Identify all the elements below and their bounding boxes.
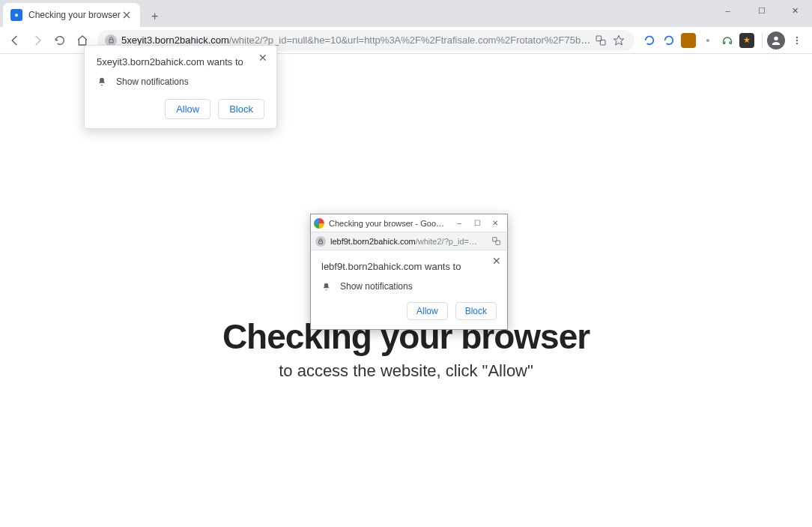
mini-url-host: lebf9t.born2bahick.com bbox=[330, 237, 416, 246]
popup-close-button[interactable]: ✕ bbox=[255, 50, 270, 65]
close-icon: ✕ bbox=[258, 52, 267, 64]
translate-button[interactable] bbox=[593, 32, 609, 49]
close-icon: ✕ bbox=[492, 255, 501, 267]
tab-close-button[interactable] bbox=[121, 9, 133, 21]
reload-button[interactable] bbox=[49, 30, 70, 51]
person-icon bbox=[770, 34, 782, 46]
extension-icon-3[interactable] bbox=[681, 33, 696, 48]
extension-icon-5[interactable] bbox=[720, 33, 735, 48]
mini-popup-origin-text: lebf9t.born2bahick.com wants to bbox=[321, 261, 497, 272]
headphones-icon bbox=[721, 34, 733, 46]
mini-block-button[interactable]: Block bbox=[455, 302, 497, 320]
mini-translate-button[interactable] bbox=[489, 235, 503, 248]
tab-strip: ● Checking your browser + bbox=[0, 0, 812, 27]
mini-address-bar[interactable]: lebf9t.born2bahick.com/white2/?p_id=… bbox=[311, 232, 507, 250]
mini-window-title: Checking your browser - Goo… bbox=[329, 219, 450, 228]
tab-favicon-icon: ● bbox=[10, 9, 22, 21]
maximize-icon: ☐ bbox=[474, 219, 481, 227]
extension-icon-2[interactable] bbox=[661, 33, 676, 48]
extension-icon-1[interactable] bbox=[642, 33, 657, 48]
svg-point-6 bbox=[796, 42, 798, 43]
mini-notification-popup: ✕ lebf9t.born2bahick.com wants to Show n… bbox=[311, 250, 507, 329]
vertical-dots-icon bbox=[792, 35, 802, 46]
window-minimize-button[interactable]: – bbox=[711, 0, 745, 21]
svg-point-5 bbox=[796, 39, 798, 40]
back-button[interactable] bbox=[4, 30, 25, 51]
mini-maximize-button[interactable]: ☐ bbox=[468, 216, 486, 231]
mini-popup-actions: Allow Block bbox=[321, 302, 497, 320]
page-subheading: to access the website, click "Allow" bbox=[222, 361, 590, 381]
refresh-circle-icon bbox=[643, 34, 655, 46]
close-icon: ✕ bbox=[492, 219, 498, 227]
mini-popup-permission-row: Show notifications bbox=[321, 281, 497, 292]
window-controls: – ☐ ✕ bbox=[711, 0, 812, 21]
browser-menu-button[interactable] bbox=[787, 30, 808, 51]
allow-button[interactable]: Allow bbox=[165, 99, 210, 119]
url-text: 5xeyit3.born2bahick.com/white2/?p_id=nul… bbox=[121, 34, 591, 46]
forward-button[interactable] bbox=[27, 30, 48, 51]
toolbar-divider bbox=[762, 33, 763, 48]
mini-popup-permission-text: Show notifications bbox=[340, 281, 413, 292]
extension-icon-6[interactable]: ★ bbox=[739, 33, 754, 48]
mini-url-text: lebf9t.born2bahick.com/white2/?p_id=… bbox=[330, 237, 488, 246]
bell-icon bbox=[97, 76, 107, 87]
popup-permission-text: Show notifications bbox=[116, 76, 189, 87]
profile-avatar-button[interactable] bbox=[767, 31, 785, 49]
maximize-icon: ☐ bbox=[758, 6, 766, 16]
dot-icon bbox=[703, 35, 713, 46]
notification-permission-popup: ✕ 5xeyit3.born2bahick.com wants to Show … bbox=[84, 45, 277, 129]
mini-popup-close-button[interactable]: ✕ bbox=[489, 253, 504, 268]
bookmark-button[interactable] bbox=[610, 32, 627, 49]
mini-minimize-button[interactable]: – bbox=[450, 216, 468, 231]
svg-point-3 bbox=[774, 36, 778, 40]
extension-icon-4[interactable] bbox=[700, 33, 715, 48]
mini-close-button[interactable]: ✕ bbox=[486, 216, 504, 231]
mini-titlebar: Checking your browser - Goo… – ☐ ✕ bbox=[311, 214, 507, 232]
mini-browser-window: Checking your browser - Goo… – ☐ ✕ lebf9… bbox=[310, 214, 508, 330]
tab-title: Checking your browser bbox=[28, 10, 121, 20]
url-host: 5xeyit3.born2bahick.com bbox=[121, 34, 229, 46]
browser-tab[interactable]: ● Checking your browser bbox=[3, 3, 140, 27]
mini-url-path: /white2/?p_id=… bbox=[416, 237, 477, 246]
popup-actions: Allow Block bbox=[97, 99, 264, 119]
bell-icon bbox=[321, 282, 331, 292]
chrome-logo-icon bbox=[314, 218, 324, 229]
close-icon bbox=[123, 11, 130, 19]
arrow-right-icon bbox=[31, 34, 44, 47]
translate-icon bbox=[595, 34, 607, 46]
lock-icon bbox=[315, 236, 326, 247]
mini-allow-button[interactable]: Allow bbox=[407, 302, 448, 320]
arrow-left-icon bbox=[8, 34, 22, 47]
star-icon bbox=[613, 34, 625, 46]
popup-origin-text: 5xeyit3.born2bahick.com wants to bbox=[97, 56, 264, 67]
popup-permission-row: Show notifications bbox=[97, 76, 264, 87]
url-path: /white2/?p_id=null&he=10&url=http%3A%2F%… bbox=[229, 34, 591, 46]
extension-icons: ★ bbox=[639, 33, 757, 48]
close-icon: ✕ bbox=[792, 6, 799, 16]
block-button[interactable]: Block bbox=[218, 99, 264, 119]
svg-point-2 bbox=[706, 38, 709, 41]
reload-icon bbox=[54, 34, 66, 46]
new-tab-button[interactable]: + bbox=[145, 6, 166, 27]
minimize-icon: – bbox=[457, 219, 461, 227]
svg-point-4 bbox=[796, 36, 798, 37]
window-close-button[interactable]: ✕ bbox=[778, 0, 812, 21]
window-maximize-button[interactable]: ☐ bbox=[745, 0, 778, 21]
refresh-circle-icon bbox=[663, 34, 675, 46]
minimize-icon: – bbox=[725, 6, 730, 15]
translate-icon bbox=[491, 236, 501, 246]
plus-icon: + bbox=[151, 10, 158, 23]
